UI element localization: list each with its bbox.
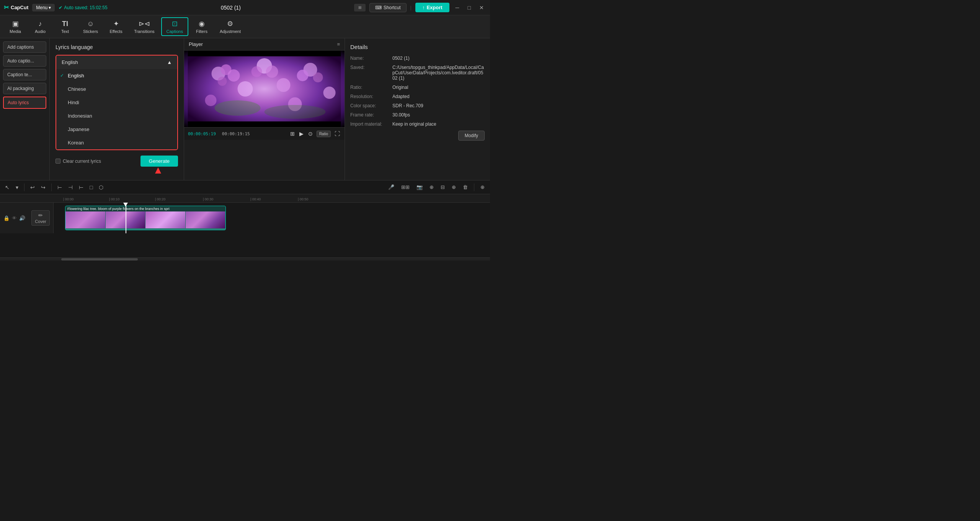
tool-media[interactable]: ▣ Media bbox=[4, 18, 27, 35]
language-option-hindi[interactable]: Hindi bbox=[56, 96, 177, 109]
camera-track-button[interactable]: 📷 bbox=[414, 183, 425, 191]
left-panel: Add captions Auto captio... Caption te..… bbox=[0, 38, 50, 180]
subtitle-button[interactable]: ⊟ bbox=[438, 183, 447, 191]
auto-lyrics-button[interactable]: Auto lyrics bbox=[3, 97, 46, 109]
language-option-chinese[interactable]: Chinese bbox=[56, 82, 177, 96]
trim-prev-button[interactable]: ⊣ bbox=[66, 183, 75, 192]
add-track-button[interactable]: ⊕ bbox=[478, 183, 487, 191]
filters-label: Filters bbox=[196, 29, 207, 34]
crop-button[interactable]: □ bbox=[88, 183, 95, 192]
screenshot-icon[interactable]: ⊙ bbox=[307, 130, 314, 138]
selected-language-text: English bbox=[62, 59, 78, 65]
tool-captions[interactable]: ⊡ Captions bbox=[161, 17, 188, 36]
layout-icon[interactable]: ⊞ bbox=[354, 4, 366, 11]
connect-clips-button[interactable]: ⊞⊞ bbox=[399, 183, 412, 191]
select-tool-button[interactable]: ↖ bbox=[3, 183, 11, 192]
generate-button[interactable]: Generate bbox=[140, 156, 178, 167]
shortcut-button[interactable]: ⌨ Shortcut bbox=[369, 3, 407, 12]
detail-name-label: Name: bbox=[350, 56, 392, 61]
caption-te-button[interactable]: Caption te... bbox=[3, 69, 46, 80]
ratio-button[interactable]: Ratio bbox=[317, 131, 331, 137]
adjustment-label: Adjustment bbox=[220, 29, 241, 34]
detail-name-row: Name: 0502 (1) bbox=[350, 56, 485, 61]
language-dropdown[interactable]: English ▲ English Chinese Hindi Indonesi… bbox=[56, 55, 178, 150]
detail-saved-value: C:/Users/topgus_thinkpad/AppData/Local/C… bbox=[392, 65, 485, 81]
language-option-japanese[interactable]: Japanese bbox=[56, 123, 177, 136]
dropdown-arrow-icon: ▲ bbox=[167, 59, 172, 65]
player-menu-icon[interactable]: ≡ bbox=[337, 41, 340, 47]
clip-thumbnails bbox=[65, 211, 225, 228]
cover-button[interactable]: ✏ Cover bbox=[31, 210, 49, 226]
tool-transitions[interactable]: ⊳⊲ Transitions bbox=[129, 18, 159, 35]
lock-icon[interactable]: 🔒 bbox=[3, 215, 10, 221]
timeline-scrollbar[interactable] bbox=[0, 257, 490, 260]
menu-button[interactable]: Menu ▾ bbox=[32, 4, 55, 11]
track-controls: 🔒 👁 🔊 ✏ Cover bbox=[0, 203, 54, 233]
play-button[interactable]: ▶ bbox=[299, 130, 304, 138]
clear-lyrics-checkbox[interactable]: Clear current lyrics bbox=[56, 159, 101, 164]
magnet-button[interactable]: ⊕ bbox=[427, 183, 436, 191]
cover-label: Cover bbox=[35, 219, 46, 224]
details-title: Details bbox=[350, 44, 485, 50]
detail-saved-row: Saved: C:/Users/topgus_thinkpad/AppData/… bbox=[350, 65, 485, 81]
tool-text[interactable]: TI Text bbox=[54, 18, 77, 35]
media-icon: ▣ bbox=[12, 20, 19, 28]
language-dropdown-selected[interactable]: English ▲ bbox=[56, 56, 177, 69]
delete-button[interactable]: 🗑 bbox=[461, 183, 470, 191]
export-button[interactable]: ↑ Export bbox=[415, 3, 449, 12]
toolbar-separator-1 bbox=[24, 183, 24, 191]
svg-point-3 bbox=[228, 69, 240, 82]
split-button[interactable]: ⊢ bbox=[56, 183, 64, 192]
minimize-button[interactable]: ─ bbox=[453, 4, 462, 11]
detail-import-row: Import material: Keep in original place bbox=[350, 121, 485, 127]
ai-packaging-button[interactable]: AI packaging bbox=[3, 83, 46, 94]
detail-ratio-label: Ratio: bbox=[350, 85, 392, 90]
language-option-english[interactable]: English bbox=[56, 69, 177, 82]
fullscreen-button[interactable]: ⛶ bbox=[334, 130, 341, 138]
effects-label: Effects bbox=[109, 29, 122, 34]
stickers-label: Stickers bbox=[83, 29, 98, 34]
detail-resolution-label: Resolution: bbox=[350, 94, 392, 99]
language-option-indonesian[interactable]: Indonesian bbox=[56, 109, 177, 123]
details-panel: Details Name: 0502 (1) Saved: C:/Users/t… bbox=[345, 38, 490, 180]
undo-button[interactable]: ↩ bbox=[28, 183, 37, 192]
close-button[interactable]: ✕ bbox=[477, 4, 486, 11]
visibility-icon[interactable]: 👁 bbox=[12, 215, 17, 221]
captions-label: Captions bbox=[167, 29, 183, 34]
captions-icon: ⊡ bbox=[172, 20, 178, 28]
mic-button[interactable]: 🎤 bbox=[386, 183, 397, 191]
zoom-in-button[interactable]: ⊕ bbox=[449, 183, 458, 191]
detail-import-value: Keep in original place bbox=[392, 121, 485, 127]
marker-button[interactable]: ⬡ bbox=[97, 183, 105, 192]
tool-stickers[interactable]: ☺ Stickers bbox=[78, 18, 103, 35]
player-panel: Player ≡ bbox=[184, 38, 345, 180]
video-track-row: 🔒 👁 🔊 ✏ Cover Flowering lilac tree. bloo… bbox=[0, 203, 490, 233]
tool-filters[interactable]: ◉ Filters bbox=[190, 18, 213, 35]
arrow-up-icon bbox=[155, 167, 161, 174]
transitions-icon: ⊳⊲ bbox=[139, 20, 150, 28]
video-frame bbox=[184, 51, 345, 127]
scrollbar-thumb[interactable] bbox=[61, 258, 138, 260]
volume-icon[interactable]: 🔊 bbox=[19, 215, 25, 221]
svg-point-16 bbox=[215, 100, 261, 116]
trim-next-button[interactable]: ⊢ bbox=[77, 183, 85, 192]
grid-view-icon[interactable]: ⊞ bbox=[289, 130, 296, 138]
autosaved-text: Auto saved: 15:02:55 bbox=[64, 5, 107, 10]
video-clip[interactable]: Flowering lilac tree. bloom of purple fl… bbox=[65, 206, 226, 230]
timeline-tracks: 🔒 👁 🔊 ✏ Cover Flowering lilac tree. bloo… bbox=[0, 203, 490, 257]
menu-chevron-icon: ▾ bbox=[49, 5, 51, 10]
modify-button[interactable]: Modify bbox=[458, 131, 485, 141]
topbar-right: ⊞ ⌨ Shortcut | ↑ Export ─ □ ✕ bbox=[354, 3, 486, 12]
ruler-mark-5: | 00:50 bbox=[298, 197, 308, 201]
language-option-korean[interactable]: Korean bbox=[56, 136, 177, 149]
tool-effects[interactable]: ✦ Effects bbox=[105, 18, 127, 35]
ruler-mark-0: | 00:00 bbox=[63, 197, 74, 201]
select-dropdown-button[interactable]: ▾ bbox=[14, 183, 20, 192]
maximize-button[interactable]: □ bbox=[466, 4, 473, 11]
auto-captions-button[interactable]: Auto captio... bbox=[3, 55, 46, 67]
logo-icon: ✂ bbox=[4, 4, 9, 11]
tool-audio[interactable]: ♪ Audio bbox=[29, 18, 52, 35]
add-captions-button[interactable]: Add captions bbox=[3, 41, 46, 53]
redo-button[interactable]: ↪ bbox=[39, 183, 47, 192]
tool-adjustment[interactable]: ⚙ Adjustment bbox=[215, 18, 245, 35]
